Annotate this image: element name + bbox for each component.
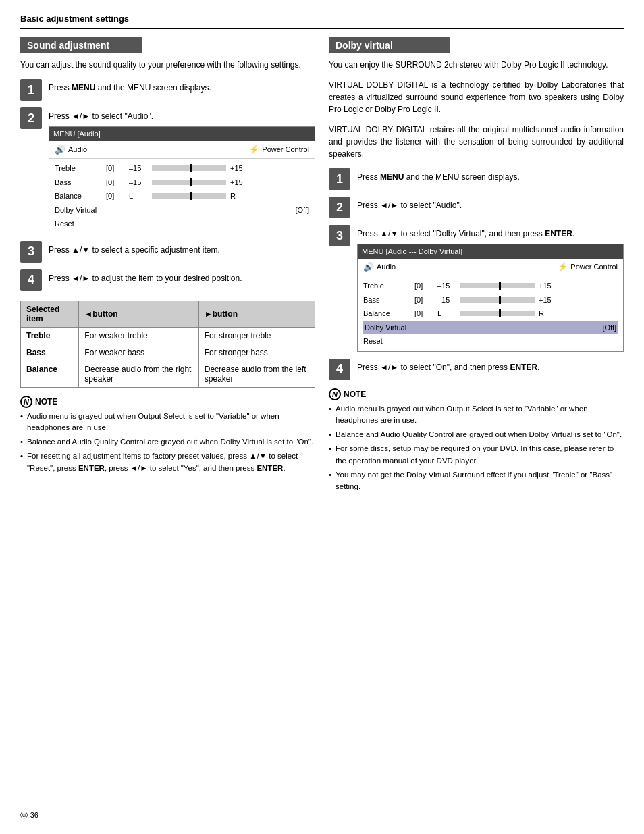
bass-plus: +15 (230, 177, 245, 188)
table-bass-right: For stronger bass (198, 344, 315, 361)
dolby-menu-header-text: MENU [Audio --- Dolby Virtual] (362, 246, 462, 257)
dolby-speaker-icon: 🔊 (363, 261, 374, 274)
sound-step-4-content: Press ◄/► to adjust the item to your des… (49, 269, 315, 284)
dolby-note-item-1: Audio menu is grayed out when Output Sel… (329, 403, 624, 427)
treble-thumb (190, 164, 192, 172)
dolby-bass-val: [0] (414, 294, 433, 306)
table-row-treble: Treble For weaker treble For stronger tr… (21, 327, 315, 344)
sound-adjustment-title: Sound adjustment (20, 37, 142, 53)
sound-step-2-content: Press ◄/► to select "Audio". MENU [Audio… (49, 107, 315, 234)
sound-table: Selected item ◄button ►button Treble For… (20, 301, 315, 388)
dolby-val: [Off] (295, 205, 309, 216)
sound-menu-audio-row: 🔊 Audio ⚡ Power Control (49, 141, 315, 159)
sound-menu-dolby: Dolby Virtual [Off] (55, 203, 309, 217)
table-row-balance: Balance Decrease audio from the right sp… (21, 361, 315, 387)
page-header: Basic adjustment settings (20, 14, 624, 29)
dolby-step-1-content: Press MENU and the MENU screen displays. (357, 168, 624, 183)
sound-note-header: N NOTE (20, 396, 315, 408)
table-treble-right: For stronger treble (198, 327, 315, 344)
dolby-menu-power: ⚡ Power Control (558, 261, 618, 274)
table-balance-item: Balance (21, 361, 79, 387)
dolby-balance-thumb (499, 309, 501, 317)
dolby-desc1: You can enjoy the SURROUND 2ch stereo wi… (329, 59, 624, 71)
bass-label: Bass (55, 177, 102, 188)
dolby-treble-label: Treble (363, 280, 410, 292)
sound-note-label: NOTE (35, 397, 57, 407)
dolby-balance-slider (460, 311, 535, 316)
dolby-note-item-4: You may not get the Dolby Virtual Surrou… (329, 469, 624, 493)
sound-menu-box: MENU [Audio] 🔊 Audio ⚡ Power Control (49, 126, 315, 234)
dolby-virtual-title: Dolby virtual (329, 37, 450, 53)
sound-step-1: 1 Press MENU and the MENU screen display… (20, 79, 315, 101)
dolby-bass-label: Bass (363, 294, 410, 306)
dolby-note-icon: N (329, 388, 341, 400)
dolby-step-4: 4 Press ◄/► to select "On", and then pre… (329, 359, 624, 380)
sound-menu-power: ⚡ Power Control (249, 143, 309, 157)
dolby-treble-plus: +15 (539, 280, 554, 292)
dolby-step-4-content: Press ◄/► to select "On", and then press… (357, 359, 624, 373)
dolby-plug-icon: ⚡ (558, 261, 568, 273)
table-bass-item: Bass (21, 344, 79, 361)
dolby-note-label: NOTE (344, 390, 366, 399)
sound-step-3-num: 3 (20, 241, 42, 263)
page-footer: ⓤ-36 (20, 810, 38, 820)
treble-label: Treble (55, 163, 102, 174)
speaker-icon: 🔊 (55, 143, 65, 157)
table-treble-item: Treble (21, 327, 79, 344)
dolby-virtual-section: Dolby virtual You can enjoy the SURROUND… (329, 37, 624, 495)
dolby-note-header: N NOTE (329, 388, 624, 400)
balance-thumb (190, 192, 192, 200)
bass-neg: –15 (129, 177, 148, 188)
sound-menu-items: Treble [0] –15 +15 Bass [0] –1 (49, 159, 315, 234)
sound-step-3: 3 Press ▲/▼ to select a specific adjustm… (20, 241, 315, 263)
sound-adjustment-desc: You can adjust the sound quality to your… (20, 59, 315, 71)
dolby-step-1: 1 Press MENU and the MENU screen display… (329, 168, 624, 190)
dolby-desc3: VIRTUAL DOLBY DIGITAL retains all the or… (329, 124, 624, 160)
dolby-menu-dolby-val: [Off] (602, 322, 616, 334)
sound-note-item-2: Balance and Audio Quality Control are gr… (20, 436, 315, 448)
dolby-balance-val: [0] (414, 308, 433, 319)
dolby-desc2: VIRTUAL DOLBY DIGITAL is a technology ce… (329, 79, 624, 115)
treble-slider (152, 165, 226, 171)
sound-note-item-1: Audio menu is grayed out when Output Sel… (20, 411, 315, 434)
dolby-step-4-num: 4 (329, 359, 350, 380)
treble-val: [0] (106, 163, 125, 174)
dolby-balance-neg: L (437, 308, 456, 319)
dolby-note-item-3: For some discs, setup may be required on… (329, 443, 624, 467)
dolby-step-2: 2 Press ◄/► to select "Audio". (329, 197, 624, 218)
dolby-menu-power-label: Power Control (570, 261, 618, 273)
dolby-menu-reset: Reset (363, 334, 618, 348)
balance-plus: R (230, 190, 245, 202)
dolby-note-list: Audio menu is grayed out when Output Sel… (329, 403, 624, 493)
dolby-menu-balance: Balance [0] L R (363, 307, 618, 321)
dolby-menu-audio-left: 🔊 Audio (363, 261, 396, 274)
dolby-balance-label: Balance (363, 308, 410, 319)
sound-step-2-num: 2 (20, 107, 42, 129)
main-content: Sound adjustment You can adjust the soun… (20, 37, 624, 495)
dolby-menu-dolby: Dolby Virtual [Off] (363, 321, 618, 335)
dolby-label: Dolby Virtual (55, 205, 97, 216)
sound-note-item-3: For resetting all adjustment items to fa… (20, 450, 315, 474)
dolby-step-3: 3 Press ▲/▼ to select "Dolby Virtual", a… (329, 225, 624, 352)
sound-menu-treble: Treble [0] –15 +15 (55, 161, 309, 176)
table-balance-right: Decrease audio from the left speaker (198, 361, 315, 387)
sound-menu-balance: Balance [0] L R (55, 189, 309, 203)
treble-neg: –15 (129, 163, 148, 174)
sound-menu-audio-label: Audio (68, 144, 87, 155)
dolby-menu-items: Treble [0] –15 +15 Bass [0] –1 (358, 276, 623, 351)
table-treble-left: For weaker treble (79, 327, 198, 344)
dolby-balance-plus: R (539, 308, 554, 319)
table-header-right-btn: ►button (198, 301, 315, 327)
sound-step-4: 4 Press ◄/► to adjust the item to your d… (20, 269, 315, 291)
dolby-bass-slider (460, 297, 535, 303)
bass-val: [0] (106, 177, 125, 188)
dolby-menu-audio-label: Audio (377, 261, 396, 273)
bass-slider (152, 180, 226, 185)
bass-thumb (190, 178, 192, 186)
dolby-step-2-content: Press ◄/► to select "Audio". (357, 197, 624, 211)
sound-step-1-content: Press MENU and the MENU screen displays. (49, 79, 315, 94)
page-header-title: Basic adjustment settings (20, 14, 129, 24)
dolby-step-2-num: 2 (329, 197, 350, 218)
note-icon: N (20, 396, 32, 408)
dolby-bass-plus: +15 (539, 294, 554, 306)
